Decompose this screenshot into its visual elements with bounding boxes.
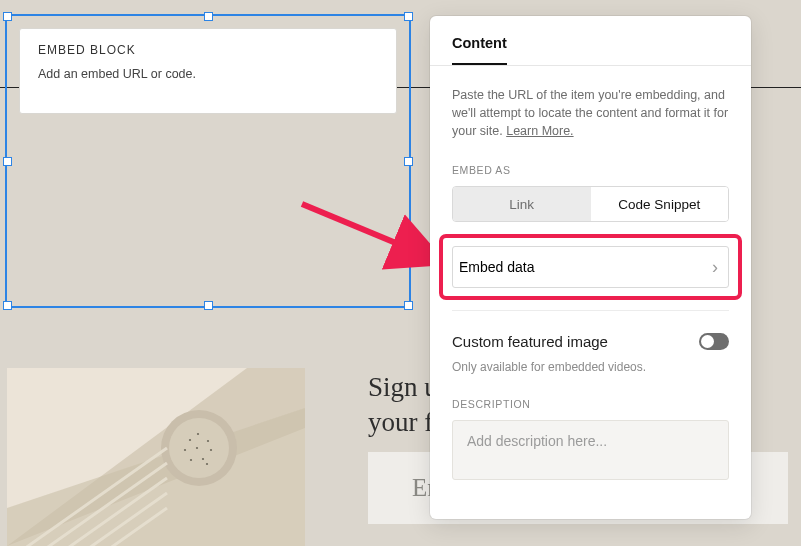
- tab-content[interactable]: Content: [452, 35, 507, 65]
- svg-point-9: [184, 449, 186, 451]
- embed-block[interactable]: EMBED BLOCK Add an embed URL or code.: [7, 16, 409, 306]
- embed-block-hint: Add an embed URL or code.: [38, 67, 378, 81]
- svg-point-6: [189, 439, 191, 441]
- svg-point-8: [207, 440, 209, 442]
- embed-block-card: EMBED BLOCK Add an embed URL or code.: [19, 28, 397, 114]
- svg-point-14: [206, 463, 208, 465]
- embed-data-row[interactable]: Embed data ›: [452, 246, 729, 288]
- learn-more-link[interactable]: Learn More.: [506, 124, 573, 138]
- custom-featured-image-toggle[interactable]: [699, 333, 729, 350]
- resize-handle-tl[interactable]: [3, 12, 12, 21]
- chevron-right-icon: ›: [712, 258, 718, 276]
- svg-point-13: [202, 458, 204, 460]
- embed-as-segmented: Link Code Snippet: [452, 186, 729, 222]
- resize-handle-tr[interactable]: [404, 12, 413, 21]
- svg-point-7: [197, 433, 199, 435]
- panel-help-text: Paste the URL of the item you're embeddi…: [452, 86, 729, 140]
- embed-block-title: EMBED BLOCK: [38, 43, 378, 57]
- svg-point-12: [190, 459, 192, 461]
- description-label: DESCRIPTION: [452, 398, 729, 410]
- divider: [452, 310, 729, 311]
- resize-handle-bl[interactable]: [3, 301, 12, 310]
- resize-handle-bm[interactable]: [204, 301, 213, 310]
- panel-tabs: Content: [430, 16, 751, 65]
- content-panel: Content Paste the URL of the item you're…: [430, 16, 751, 519]
- seg-link[interactable]: Link: [453, 187, 591, 221]
- resize-handle-mr[interactable]: [404, 157, 413, 166]
- resize-handle-br[interactable]: [404, 301, 413, 310]
- seg-code-snippet[interactable]: Code Snippet: [591, 187, 729, 221]
- product-image: [7, 368, 305, 546]
- resize-handle-ml[interactable]: [3, 157, 12, 166]
- embed-as-label: EMBED AS: [452, 164, 729, 176]
- description-placeholder: Add description here...: [467, 433, 607, 449]
- svg-point-11: [210, 449, 212, 451]
- embed-data-label: Embed data: [459, 259, 535, 275]
- svg-point-10: [196, 447, 198, 449]
- resize-handle-tm[interactable]: [204, 12, 213, 21]
- help-text-span: Paste the URL of the item you're embeddi…: [452, 88, 728, 138]
- custom-featured-image-label: Custom featured image: [452, 333, 608, 350]
- svg-point-5: [169, 418, 229, 478]
- custom-featured-image-caption: Only available for embedded videos.: [452, 360, 729, 374]
- description-input[interactable]: Add description here...: [452, 420, 729, 480]
